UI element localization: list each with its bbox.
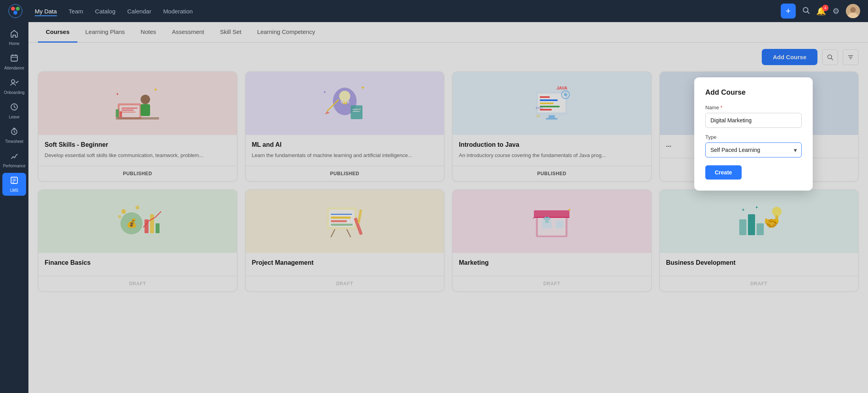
main-layout: Home Attendance Onboarding Leave Timeshe… <box>0 22 868 393</box>
sidebar-label-timesheet: Timesheet <box>5 139 23 144</box>
sidebar-item-performance[interactable]: Performance <box>2 148 26 171</box>
sidebar-label-leave: Leave <box>9 115 19 119</box>
nav-links: My Data Team Catalog Calendar Moderation <box>35 6 781 16</box>
avatar[interactable] <box>846 4 860 18</box>
settings-icon[interactable]: ⚙ <box>832 6 840 16</box>
app-logo[interactable] <box>8 4 23 19</box>
sidebar-item-leave[interactable]: Leave <box>2 99 26 122</box>
svg-line-5 <box>808 11 810 13</box>
sidebar-label-performance: Performance <box>3 164 25 168</box>
sidebar-label-onboarding: Onboarding <box>4 90 24 95</box>
sidebar-item-home[interactable]: Home <box>2 26 26 49</box>
svg-point-3 <box>13 11 17 15</box>
svg-point-2 <box>16 7 20 11</box>
type-select-wrap: Self Paced Learning Instructor Led Blend… <box>705 142 802 157</box>
svg-point-7 <box>850 7 856 13</box>
top-nav: My Data Team Catalog Calendar Moderation… <box>0 0 868 22</box>
nav-catalog[interactable]: Catalog <box>95 6 116 16</box>
add-course-modal: Add Course Name * Type Self Paced Learni… <box>694 77 813 191</box>
name-label: Name * <box>705 105 802 110</box>
notification-badge: 4 <box>822 5 829 11</box>
nav-my-data[interactable]: My Data <box>35 6 57 16</box>
content-area: Courses Learning Plans Notes Assessment … <box>28 22 868 393</box>
sidebar-item-onboarding[interactable]: Onboarding <box>2 75 26 98</box>
required-star: * <box>720 105 722 110</box>
nav-moderation[interactable]: Moderation <box>163 6 193 16</box>
sidebar-item-attendance[interactable]: Attendance <box>2 51 26 73</box>
nav-actions: + 🔔 4 ⚙ <box>781 4 860 19</box>
svg-point-13 <box>11 80 15 83</box>
type-label: Type <box>705 134 802 140</box>
lms-icon <box>10 176 19 187</box>
sidebar: Home Attendance Onboarding Leave Timeshe… <box>0 22 28 393</box>
course-type-select[interactable]: Self Paced Learning Instructor Led Blend… <box>705 142 802 157</box>
nav-calendar[interactable]: Calendar <box>127 6 151 16</box>
performance-icon <box>10 152 19 162</box>
svg-point-1 <box>11 7 15 11</box>
timesheet-icon <box>10 127 19 138</box>
sidebar-item-lms[interactable]: LMS <box>2 173 26 196</box>
onboarding-icon <box>10 78 19 89</box>
sidebar-label-attendance: Attendance <box>4 66 24 70</box>
sidebar-label-home: Home <box>9 41 20 46</box>
attendance-icon <box>10 54 19 64</box>
sidebar-item-timesheet[interactable]: Timesheet <box>2 124 26 147</box>
home-icon <box>10 29 19 40</box>
add-button[interactable]: + <box>781 4 796 19</box>
leave-icon <box>10 103 19 113</box>
create-button[interactable]: Create <box>705 165 742 180</box>
svg-rect-9 <box>11 55 17 61</box>
nav-team[interactable]: Team <box>69 6 83 16</box>
notifications[interactable]: 🔔 4 <box>816 6 826 16</box>
course-name-input[interactable] <box>705 113 802 128</box>
sidebar-label-lms: LMS <box>10 188 19 193</box>
search-icon[interactable] <box>802 6 810 16</box>
modal-title: Add Course <box>705 88 802 97</box>
